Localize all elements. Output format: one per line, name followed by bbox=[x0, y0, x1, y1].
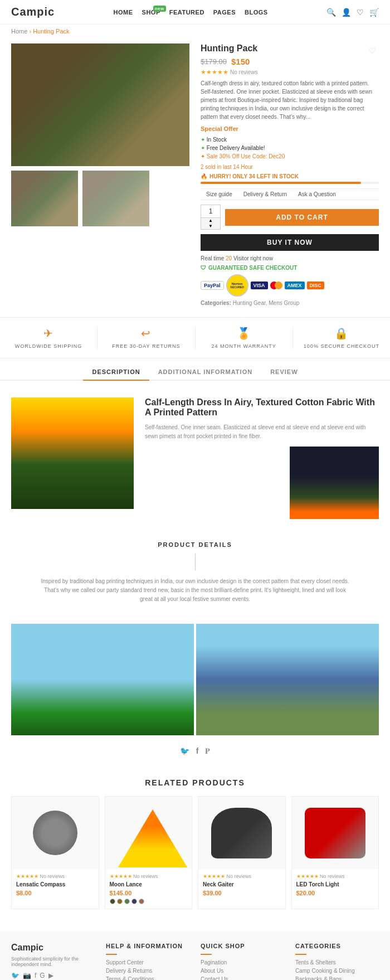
nav-featured[interactable]: FEATURED bbox=[169, 9, 204, 16]
footer-google-icon[interactable]: G bbox=[40, 972, 45, 979]
footer-youtube-icon[interactable]: ▶ bbox=[48, 972, 53, 979]
product-details-line bbox=[11, 554, 379, 570]
footer-instagram-icon[interactable]: 📷 bbox=[23, 972, 31, 979]
related-products-section: RELATED PRODUCTS ★★★★★ No reviews Lensat… bbox=[0, 767, 390, 920]
add-to-cart-button[interactable]: ADD TO CART bbox=[225, 209, 379, 226]
description-tabs: DESCRIPTION ADDITIONAL INFORMATION REVIE… bbox=[0, 364, 390, 381]
tab-review[interactable]: REVIEW bbox=[261, 364, 306, 380]
returns-label: FREE 30-DAY RETURNS bbox=[112, 343, 180, 349]
breadcrumb-home[interactable]: Home bbox=[11, 28, 27, 35]
nav-shop[interactable]: SHOP new bbox=[142, 9, 160, 16]
wishlist-button[interactable]: ♡ bbox=[369, 46, 376, 55]
gallery-image-2 bbox=[196, 624, 379, 735]
thumbnail-2[interactable] bbox=[82, 171, 149, 226]
card-info-1: ★★★★★ No reviews Moon Lance $145.00 bbox=[105, 869, 192, 909]
price-new: $150 bbox=[231, 57, 250, 66]
card-name-2: Neck Gaiter bbox=[203, 881, 281, 887]
footer-link-support[interactable]: Support Center bbox=[106, 959, 189, 966]
nav-pages[interactable]: PAGES bbox=[213, 9, 236, 16]
description-heading: Calf-Length Dress In Airy, Textured Cott… bbox=[145, 397, 379, 418]
main-product-image[interactable] bbox=[11, 43, 189, 166]
footer-social: 🐦 📷 f G ▶ bbox=[11, 972, 95, 979]
offer-items: In Stock Free Delivery Available! Sale 3… bbox=[201, 135, 379, 161]
product-images bbox=[11, 43, 189, 306]
paypal-icon: PayPal bbox=[201, 281, 224, 290]
facebook-icon[interactable]: f bbox=[196, 746, 199, 756]
footer-link-camp[interactable]: Camp Cooking & Dining bbox=[295, 968, 379, 974]
footer-link-tents[interactable]: Tents & Shelters bbox=[295, 959, 379, 966]
tab-description[interactable]: DESCRIPTION bbox=[83, 364, 149, 381]
footer: Campic Sophisticated simplicity for the … bbox=[0, 932, 390, 980]
mastercard-icon bbox=[270, 282, 282, 289]
footer-link-pagination[interactable]: Pagination bbox=[201, 959, 284, 966]
qty-down[interactable]: ▼ bbox=[201, 224, 220, 229]
quantity-value: 1 bbox=[201, 205, 220, 218]
related-title: RELATED PRODUCTS bbox=[11, 778, 379, 787]
footer-link-contact[interactable]: Contact Us bbox=[201, 976, 284, 980]
color-dot-3[interactable] bbox=[131, 899, 137, 904]
fire-icon: 🔥 bbox=[201, 173, 207, 179]
qty-up[interactable]: ▲ bbox=[201, 218, 220, 224]
footer-logo[interactable]: Campic bbox=[11, 943, 95, 953]
card-image-0[interactable] bbox=[12, 797, 99, 869]
color-dot-0[interactable] bbox=[110, 899, 115, 904]
footer-divider-2 bbox=[201, 954, 212, 955]
product-details-section: PRODUCT DETAILS Inspired by traditional … bbox=[0, 530, 390, 624]
tab-delivery[interactable]: Delivery & Return bbox=[238, 189, 292, 200]
cart-icon[interactable]: 🛒 bbox=[369, 8, 379, 17]
pinterest-icon[interactable]: 𝐏 bbox=[205, 746, 210, 756]
footer-facebook-icon[interactable]: f bbox=[35, 972, 36, 979]
footer-top: Campic Sophisticated simplicity for the … bbox=[11, 943, 379, 980]
gallery-row bbox=[0, 624, 390, 735]
account-icon[interactable]: 👤 bbox=[342, 8, 351, 17]
feature-returns: ↩ FREE 30-DAY RETURNS bbox=[98, 327, 195, 349]
product-details-title: PRODUCT DETAILS bbox=[11, 541, 379, 548]
card-image-2[interactable] bbox=[198, 797, 285, 869]
logo[interactable]: Campic bbox=[11, 6, 55, 18]
product-description: Calf-length dress in airy, textured cott… bbox=[201, 79, 379, 121]
features-bar: ✈ WORLDWIDE SHIPPING ↩ FREE 30-DAY RETUR… bbox=[0, 317, 390, 358]
nav-home[interactable]: HOME bbox=[114, 9, 133, 16]
color-dot-1[interactable] bbox=[117, 899, 123, 904]
product-details-text: Inspired by traditional bag printing tec… bbox=[39, 577, 351, 604]
main-nav: HOME SHOP new FEATURED PAGES BLOGS bbox=[114, 9, 268, 16]
footer-link-terms[interactable]: Terms & Conditions bbox=[106, 976, 189, 980]
color-dot-4[interactable] bbox=[139, 899, 144, 904]
quantity-stepper[interactable]: 1 ▲ ▼ bbox=[201, 205, 221, 230]
payment-icons: PayPal Norton SECURED VISA AMEX DISC bbox=[201, 274, 379, 297]
detail-line-bar bbox=[195, 554, 196, 570]
norton-badge: Norton SECURED bbox=[226, 274, 248, 297]
stock-bar bbox=[201, 182, 379, 184]
footer-cat-heading: Categories bbox=[295, 943, 379, 949]
shield-icon: 🛡 bbox=[201, 265, 206, 271]
price-old: $179.00 bbox=[201, 57, 227, 66]
twitter-icon[interactable]: 🐦 bbox=[180, 746, 189, 756]
product-title: Hunting Pack bbox=[201, 43, 379, 54]
warranty-icon: 🏅 bbox=[237, 327, 251, 340]
discover-icon: DISC bbox=[307, 282, 325, 289]
footer-link-delivery[interactable]: Delivery & Returns bbox=[106, 968, 189, 974]
qty-cart-row: 1 ▲ ▼ ADD TO CART bbox=[201, 205, 379, 230]
card-image-3[interactable] bbox=[292, 797, 379, 869]
card-stars-1: ★★★★★ No reviews bbox=[110, 874, 188, 879]
product-card-1: ★★★★★ No reviews Moon Lance $145.00 bbox=[105, 796, 193, 909]
card-name-1: Moon Lance bbox=[110, 881, 188, 887]
star-rating: ★★★★★ No reviews bbox=[201, 69, 379, 76]
footer-divider-1 bbox=[106, 954, 117, 955]
tab-question[interactable]: Ask a Question bbox=[292, 189, 342, 200]
footer-link-about[interactable]: About Us bbox=[201, 968, 284, 974]
categories-row: Categories: Hunting Gear, Mens Group bbox=[201, 300, 379, 306]
footer-link-backpacks[interactable]: Backpacks & Bags bbox=[295, 976, 379, 980]
footer-cat-col: Categories Tents & Shelters Camp Cooking… bbox=[295, 943, 379, 980]
nav-blogs[interactable]: BLOGS bbox=[245, 9, 268, 16]
color-dot-2[interactable] bbox=[124, 899, 130, 904]
tab-size-guide[interactable]: Size guide bbox=[201, 189, 238, 200]
card-image-1[interactable] bbox=[105, 797, 192, 869]
product-card-2: ★★★★★ No reviews Neck Gaiter $39.00 bbox=[198, 796, 286, 909]
buy-now-button[interactable]: BUY IT NOW bbox=[201, 234, 379, 251]
tab-additional[interactable]: ADDITIONAL INFORMATION bbox=[149, 364, 261, 380]
wishlist-icon[interactable]: ♡ bbox=[357, 8, 364, 17]
footer-twitter-icon[interactable]: 🐦 bbox=[11, 972, 20, 979]
search-icon[interactable]: 🔍 bbox=[326, 8, 336, 17]
thumbnail-1[interactable] bbox=[11, 171, 78, 226]
